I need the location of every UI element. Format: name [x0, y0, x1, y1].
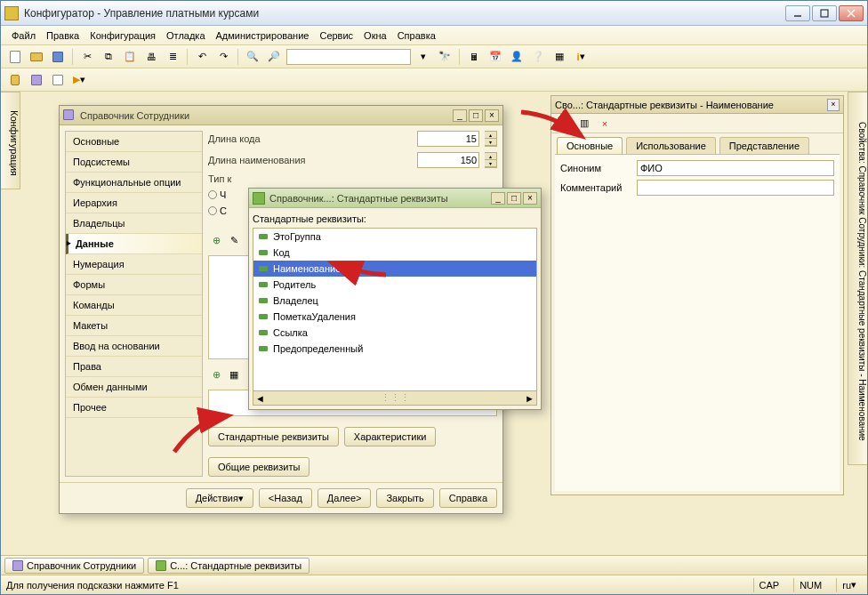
menu-file[interactable]: Файл [6, 28, 41, 43]
properties-close-icon[interactable]: × [827, 99, 840, 111]
run-icon[interactable]: ▶▾ [70, 71, 88, 89]
minimize-button[interactable] [785, 5, 810, 21]
nav-funcopts[interactable]: Функциональные опции [66, 173, 202, 193]
copy-icon[interactable]: ⧉ [100, 48, 117, 66]
task-tab-std[interactable]: С...: Стандартные реквизиты [148, 558, 309, 574]
dialog-close-icon[interactable]: × [485, 109, 499, 122]
window-title: Конфигуратор - Управление платными курса… [24, 7, 785, 20]
list-item: Предопределенный [253, 341, 536, 357]
nav-numbering[interactable]: Нумерация [66, 254, 202, 275]
code-length-spinner[interactable]: ▴▾ [485, 131, 497, 147]
menu-windows[interactable]: Окна [358, 28, 392, 43]
redo-icon[interactable]: ↷ [214, 48, 232, 66]
menu-config[interactable]: Конфигурация [84, 28, 161, 43]
add-attr-icon[interactable]: ⊕ [208, 232, 224, 248]
tab-presentation[interactable]: Представление [719, 137, 809, 154]
std-minimize-icon[interactable]: _ [491, 192, 505, 205]
nav-templates[interactable]: Макеты [66, 316, 202, 336]
std-requisites-button[interactable]: Стандартные реквизиты [208, 427, 339, 446]
info-icon[interactable]: i▾ [572, 48, 590, 66]
properties-title: Сво...: Стандартные реквизиты - Наименов… [555, 100, 774, 110]
dialog-maximize-icon[interactable]: □ [469, 109, 483, 122]
nav-forms[interactable]: Формы [66, 275, 202, 295]
edit-attr-icon[interactable]: ✎ [226, 232, 242, 248]
remove-icon[interactable]: × [596, 115, 614, 133]
horizontal-scrollbar[interactable]: ◄⋮⋮⋮► [253, 391, 537, 406]
sort-icon[interactable]: ⇅ [555, 115, 573, 133]
menu-service[interactable]: Сервис [314, 28, 358, 43]
task-tab-catalog[interactable]: Справочник Сотрудники [4, 558, 144, 574]
nav-data[interactable]: Данные [66, 234, 202, 254]
print-icon[interactable]: 🖶 [142, 48, 160, 66]
calc-icon[interactable]: 🖩 [465, 48, 483, 66]
tab-usage[interactable]: Использование [626, 137, 716, 154]
std-requisites-list[interactable]: ЭтоГруппа Код Наименование Родитель Влад… [253, 228, 537, 391]
name-length-input[interactable]: 150 [417, 152, 479, 168]
dialog-minimize-icon[interactable]: _ [453, 109, 467, 122]
comment-input[interactable] [637, 180, 834, 196]
close-button[interactable] [839, 5, 864, 21]
status-lang[interactable]: ru ▾ [836, 578, 862, 592]
nav-basedon[interactable]: Ввод на основании [66, 336, 202, 357]
tab-basic[interactable]: Основные [557, 137, 623, 154]
menu-edit[interactable]: Правка [41, 28, 84, 43]
close-dialog-button[interactable]: Закрыть [376, 488, 433, 508]
calendar-icon[interactable]: 📅 [486, 48, 504, 66]
update-icon[interactable] [28, 71, 45, 89]
paste-icon[interactable]: 📋 [121, 48, 139, 66]
add-tab-icon[interactable]: ⊕ [208, 366, 224, 382]
save-icon[interactable] [49, 48, 67, 66]
radio-option-1[interactable]: Ч [208, 189, 226, 200]
name-length-spinner[interactable]: ▴▾ [485, 152, 497, 168]
list-item: ПометкаУдаления [253, 309, 536, 325]
search-dropdown-icon[interactable]: ▾ [414, 48, 432, 66]
undo-icon[interactable]: ↶ [193, 48, 211, 66]
grid-icon[interactable] [49, 71, 67, 89]
nav-exchange[interactable]: Обмен данными [66, 377, 202, 398]
menu-debug[interactable]: Отладка [161, 28, 210, 43]
code-length-input[interactable]: 15 [417, 131, 479, 147]
synonym-label: Синоним [560, 163, 631, 173]
nav-basic[interactable]: Основные [66, 132, 202, 152]
catalog-dialog-titlebar[interactable]: Справочник Сотрудники _ □ × [60, 106, 502, 125]
filter-icon[interactable]: ▥ [575, 115, 593, 133]
menu-admin[interactable]: Администрирование [211, 28, 315, 43]
nav-other[interactable]: Прочее [66, 398, 202, 418]
menu-help[interactable]: Справка [392, 28, 441, 43]
back-button[interactable]: <Назад [259, 488, 312, 508]
actions-button[interactable]: Действия ▾ [186, 488, 253, 508]
std-close-icon[interactable]: × [523, 192, 537, 205]
config-sidebar-tab[interactable]: Конфигурация [1, 92, 20, 189]
maximize-button[interactable] [812, 5, 837, 21]
find-icon[interactable]: 🔍 [244, 48, 261, 66]
grid-tab-icon[interactable]: ▦ [226, 366, 242, 382]
std-dialog-titlebar[interactable]: Справочник...: Стандартные реквизиты _ □… [249, 189, 541, 208]
nav-rights[interactable]: Права [66, 357, 202, 377]
characteristics-button[interactable]: Характеристики [344, 427, 437, 446]
compare-icon[interactable]: ≣ [164, 48, 181, 66]
syntax-icon[interactable]: 👤 [508, 48, 526, 66]
binoculars-icon[interactable]: 🔭 [436, 48, 454, 66]
new-icon[interactable] [6, 48, 24, 66]
radio-option-2[interactable]: С [208, 205, 227, 216]
find2-icon[interactable]: 🔎 [265, 48, 283, 66]
search-input[interactable] [286, 49, 411, 65]
properties-body: Синоним Комментарий [555, 154, 840, 491]
synonym-input[interactable] [637, 160, 834, 176]
nav-subsystems[interactable]: Подсистемы [66, 152, 202, 173]
help-icon[interactable]: ❔ [529, 48, 547, 66]
db-icon[interactable] [6, 71, 24, 89]
cut-icon[interactable]: ✂ [78, 48, 96, 66]
spreadsheet-icon[interactable]: ▦ [551, 48, 568, 66]
nav-owners[interactable]: Владельцы [66, 213, 202, 234]
nav-commands[interactable]: Команды [66, 295, 202, 316]
attr-icon [259, 298, 268, 303]
properties-titlebar[interactable]: Сво...: Стандартные реквизиты - Наименов… [551, 96, 843, 114]
help-button[interactable]: Справка [439, 488, 497, 508]
properties-sidebar-tab[interactable]: Свойства: Справочник Сотрудники: Стандар… [848, 92, 867, 465]
common-requisites-button[interactable]: Общие реквизиты [208, 457, 309, 477]
next-button[interactable]: Далее> [317, 488, 372, 508]
nav-hierarchy[interactable]: Иерархия [66, 193, 202, 213]
std-maximize-icon[interactable]: □ [507, 192, 521, 205]
open-icon[interactable] [28, 48, 45, 66]
